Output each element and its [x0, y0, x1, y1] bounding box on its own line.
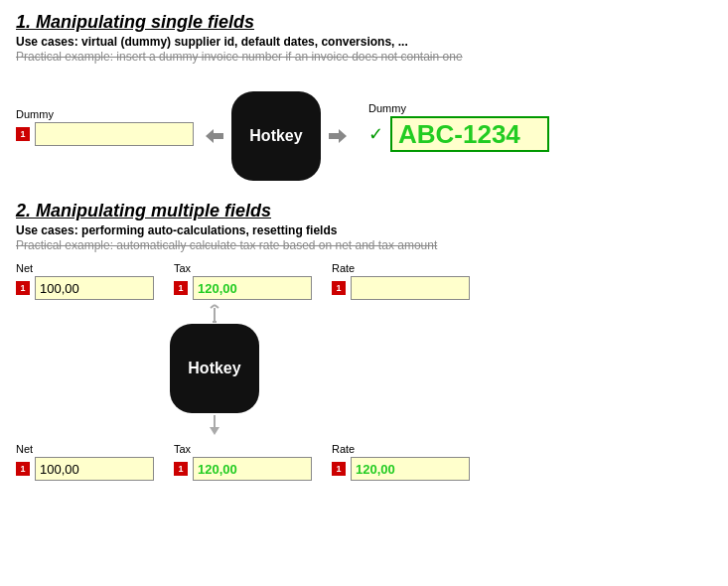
before-rate-input[interactable] [351, 276, 470, 300]
svg-marker-1 [329, 129, 347, 143]
up-arrow-icon [205, 304, 224, 324]
green-check-icon: ✓ [368, 123, 383, 145]
section1: 1. Manipulating single fields Use cases:… [16, 12, 712, 181]
hotkey-label: Hotkey [249, 127, 302, 145]
section2-hotkey-label: Hotkey [188, 360, 240, 377]
after-tax-group: Tax 1 120,00 [174, 443, 312, 481]
after-field-group: Dummy ✓ ABC-1234 [368, 102, 549, 152]
section2: 2. Manipulating multiple fields Use case… [16, 201, 712, 481]
before-rate-indicator: 1 [332, 281, 346, 295]
before-rate-label: Rate [332, 262, 470, 274]
after-net-row: 1 100,00 [16, 457, 154, 481]
after-rate-group: Rate 1 120,00 [332, 443, 470, 481]
up-arrow-area [170, 304, 259, 324]
after-rate-label: Rate [332, 443, 470, 455]
section1-title: 1. Manipulating single fields [16, 12, 712, 33]
before-input[interactable] [35, 122, 194, 146]
after-tax-input[interactable]: 120,00 [193, 457, 312, 481]
before-field-row: 1 [16, 122, 194, 146]
before-tax-label: Tax [174, 262, 312, 274]
down-arrow-area [170, 413, 259, 437]
section1-use-case: Use cases: virtual (dummy) supplier id, … [16, 35, 712, 49]
after-rate-row: 1 120,00 [332, 457, 470, 481]
before-net-input[interactable]: 100,00 [35, 276, 154, 300]
before-net-row: 1 100,00 [16, 276, 154, 300]
section2-after-fields: Net 1 100,00 Tax 1 120,00 Rate 1 [16, 443, 712, 481]
arrow-left-icon [204, 125, 225, 147]
section2-hotkey-button[interactable]: Hotkey [170, 324, 259, 413]
after-net-value: 100,00 [40, 462, 79, 477]
after-net-group: Net 1 100,00 [16, 443, 154, 481]
after-rate-input[interactable]: 120,00 [351, 457, 470, 481]
hotkey-arrow-group: Hotkey [204, 91, 349, 181]
svg-marker-0 [206, 129, 223, 143]
before-tax-indicator: 1 [174, 281, 188, 295]
after-net-label: Net [16, 443, 154, 455]
left-arrow [204, 125, 225, 147]
before-indicator: 1 [16, 127, 30, 141]
before-net-label: Net [16, 262, 154, 274]
section2-title: 2. Manipulating multiple fields [16, 201, 712, 221]
after-tax-row: 1 120,00 [174, 457, 312, 481]
after-tax-value: 120,00 [198, 462, 237, 477]
after-tax-label: Tax [174, 443, 312, 455]
before-tax-group: Tax 1 120,00 [174, 262, 312, 300]
after-tax-indicator: 1 [174, 462, 188, 476]
before-net-value: 100,00 [40, 281, 79, 296]
before-tax-value: 120,00 [198, 281, 237, 296]
before-field-group: Dummy 1 [16, 108, 194, 146]
section1-practical: Practical example: insert a dummy invoic… [16, 50, 712, 64]
after-net-input[interactable]: 100,00 [35, 457, 154, 481]
after-label: Dummy [368, 102, 549, 114]
after-input[interactable]: ABC-1234 [390, 116, 549, 152]
svg-marker-7 [210, 427, 219, 435]
section2-hotkey-area: Hotkey [170, 304, 712, 437]
before-net-indicator: 1 [16, 281, 30, 295]
after-rate-value: 120,00 [356, 462, 395, 477]
after-net-indicator: 1 [16, 462, 30, 476]
svg-line-3 [211, 305, 215, 308]
section2-practical: Practical example: automatically calcula… [16, 238, 712, 252]
section2-before-fields: Net 1 100,00 Tax 1 120,00 Rate 1 [16, 262, 712, 300]
arrow-right-icon [327, 125, 349, 147]
before-label: Dummy [16, 108, 194, 120]
after-field-row: ✓ ABC-1234 [368, 116, 549, 152]
before-rate-row: 1 [332, 276, 470, 300]
section2-use-case: Use cases: performing auto-calculations,… [16, 223, 712, 237]
before-net-group: Net 1 100,00 [16, 262, 154, 300]
before-tax-row: 1 120,00 [174, 276, 312, 300]
after-value: ABC-1234 [398, 119, 520, 150]
hotkey-button[interactable]: Hotkey [231, 91, 321, 181]
right-arrow [327, 125, 349, 147]
section1-demo: Dummy 1 Hotkey [16, 73, 712, 181]
before-rate-group: Rate 1 [332, 262, 470, 300]
after-rate-indicator: 1 [332, 462, 346, 476]
down-arrow-icon [205, 413, 224, 437]
before-tax-input[interactable]: 120,00 [193, 276, 312, 300]
svg-line-4 [215, 305, 218, 308]
